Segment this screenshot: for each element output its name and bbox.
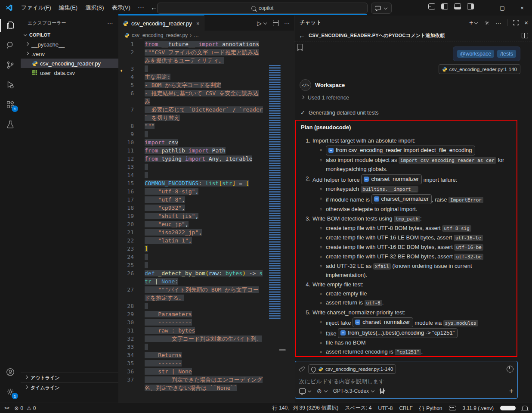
breadcrumb[interactable]: csv_encoding_reader.py › … (118, 31, 294, 40)
context-picker-button[interactable] (299, 388, 312, 394)
toggle-panel-icon[interactable] (454, 3, 461, 9)
reference-chip[interactable]: charset_normalizer (361, 174, 422, 184)
code-line[interactable]: 37 判定できた場合はエンコーディング名、判定できない場合は ``None`` (118, 376, 294, 392)
cursor-position[interactable]: 行 140、列 39 (3296 個選択) (272, 404, 338, 412)
code-line[interactable]: 14 (118, 171, 294, 179)
add-button[interactable]: + (509, 387, 513, 395)
tab-close-icon[interactable]: × (196, 20, 200, 27)
activitybar-explorer[interactable] (0, 16, 21, 35)
code-line[interactable]: 12from typing import Any, Iterable (118, 155, 294, 163)
close-panel-icon[interactable]: × (524, 19, 528, 26)
code-editor[interactable]: ✦ 1from __future__ import annotations2""… (118, 40, 294, 403)
timeline-section[interactable]: タイムライン (21, 382, 118, 392)
code-line[interactable]: 3 (118, 65, 294, 73)
minimap[interactable] (269, 65, 282, 320)
customize-layout-icon[interactable] (428, 3, 435, 9)
indentation[interactable]: スペース: 4 (345, 404, 371, 412)
activitybar-run-debug[interactable] (0, 75, 21, 95)
code-line[interactable]: 19 "shift_jis", (118, 212, 294, 220)
run-python-button[interactable]: ▷ (257, 20, 267, 27)
menu-view[interactable]: 表示(V) (108, 2, 134, 13)
window-maximize-button[interactable]: ▢ (492, 0, 512, 16)
python-interpreter[interactable]: 3.11.9 (.venv) (463, 405, 494, 411)
code-line[interactable]: 24 (118, 253, 294, 261)
code-line[interactable]: 17 "utf-8", (118, 196, 294, 204)
code-line[interactable]: 33 (118, 343, 294, 351)
context-file-chip[interactable]: csv_encoding_reader.py:1-140 (308, 364, 396, 374)
menu-edit[interactable]: 編集(E) (55, 2, 81, 13)
activitybar-testing[interactable] (0, 115, 21, 134)
reference-chip[interactable]: from csv_encoding_reader import detect_f… (326, 146, 475, 155)
code-line[interactable]: 30 ---------- (118, 318, 294, 326)
file-row-csv-encoding-reader[interactable]: csv_encoding_reader.py (21, 59, 118, 68)
toggle-primary-sidebar-icon[interactable] (441, 3, 448, 9)
copilot-sparkle-icon[interactable]: ✦ (120, 66, 123, 75)
explorer-more-icon[interactable]: ⋯ (107, 19, 113, 26)
code-line[interactable]: 5- BOM から文字コードを判定 (118, 81, 294, 89)
explorer-root-folder[interactable]: COPILOT (21, 30, 118, 40)
reference-chip[interactable]: charset_normalizer (371, 194, 432, 204)
attach-context-icon[interactable] (299, 366, 305, 372)
tests-command-chip[interactable]: /tests (497, 50, 516, 58)
file-row-venv[interactable]: .venv (21, 49, 118, 59)
code-line[interactable]: 15COMMON_ENCODINGS: list[str] = [ (118, 179, 294, 187)
activitybar-accounts[interactable] (0, 362, 21, 382)
reference-chip[interactable]: charset_normalizer (353, 317, 413, 327)
reference-chip[interactable]: from_bytes(...).best().encoding -> "cp12… (338, 328, 458, 338)
code-line[interactable]: 35 ------- (118, 359, 294, 367)
code-line[interactable]: 36 str | None (118, 367, 294, 376)
editor-more-icon[interactable]: ⋯ (284, 20, 290, 26)
chat-more-icon[interactable]: ⋯ (495, 19, 501, 26)
command-center-search[interactable]: copilot (157, 3, 368, 14)
code-line[interactable]: 8""" (118, 122, 294, 130)
code-line[interactable]: 29 Parameters (118, 310, 294, 318)
activitybar-extensions[interactable]: 1 (0, 95, 21, 115)
tab-chat[interactable]: チャット (299, 16, 322, 29)
file-row-pycache[interactable]: __pycache__ (21, 40, 118, 49)
used-references-toggle[interactable]: Used 1 reference (300, 95, 349, 101)
code-line[interactable]: 9 (118, 130, 294, 138)
scrollbar-handle[interactable] (279, 349, 286, 351)
chat-back-icon[interactable]: ← (299, 32, 305, 39)
code-line[interactable]: 18 "cp932", (118, 204, 294, 212)
code-line[interactable]: 27 """バイト列先頭の BOM から文字コードを推定する。 (118, 286, 294, 302)
menu-selection[interactable]: 選択(S) (81, 2, 108, 13)
tools-icon[interactable] (380, 388, 384, 394)
code-line[interactable]: 16 "utf-8-sig", (118, 187, 294, 196)
workspace-mention-chip[interactable]: @workspace (457, 50, 494, 58)
model-picker-button[interactable]: GPT-5.3-Codex (333, 388, 375, 394)
file-row-user-data-csv[interactable]: user_data.csv (21, 68, 118, 78)
new-chat-button[interactable]: + (469, 19, 478, 27)
split-editor-icon[interactable] (273, 20, 278, 26)
code-line[interactable]: 22 "latin-1", (118, 236, 294, 245)
chat-input-placeholder[interactable]: 次にビルドする内容を説明します (299, 378, 513, 385)
copilot-usage-pill[interactable] (500, 406, 516, 410)
file-encoding[interactable]: UTF-8 (378, 405, 393, 411)
open-in-editor-icon[interactable] (522, 33, 528, 38)
code-line[interactable]: 26def _detect_by_bom(raw: bytes) -> str … (118, 269, 294, 286)
code-line[interactable]: 10import csv (118, 138, 294, 146)
copilot-status-icon[interactable] (449, 406, 456, 410)
language-mode[interactable]: { } Python (419, 405, 442, 411)
code-line[interactable]: 7- 必要に応じて `DictReader` / `reader` を切り替え (118, 106, 294, 122)
code-line[interactable]: 21 "iso2022_jp", (118, 228, 294, 236)
code-line[interactable]: 23] (118, 245, 294, 253)
window-minimize-button[interactable]: − (473, 0, 492, 16)
code-line[interactable]: 6- 推定結果に基づいて CSV を安全に読み込み (118, 89, 294, 106)
chat-input-box[interactable]: csv_encoding_reader.py:1-140 次にビルドする内容を説… (295, 361, 518, 399)
problems-indicator[interactable]: ⊗0 ⚠0 (14, 405, 36, 411)
code-line[interactable]: 4主な用途: (118, 73, 294, 81)
window-close-button[interactable]: × (512, 0, 532, 16)
activitybar-source-control[interactable] (0, 55, 21, 75)
code-line[interactable]: 32 文字コード判定対象の生バイト列。 (118, 335, 294, 343)
code-line[interactable]: 1from __future__ import annotations (118, 40, 294, 48)
chat-settings-icon[interactable] (484, 20, 490, 26)
eol-sequence[interactable]: CRLF (399, 405, 412, 411)
code-line[interactable]: 31 raw : bytes (118, 326, 294, 335)
menu-more-icon[interactable]: ⋯ (134, 4, 148, 12)
code-line[interactable]: 34 Returns (118, 351, 294, 359)
menu-file[interactable]: ファイル(F) (17, 2, 55, 13)
code-line[interactable]: 11from pathlib import Path (118, 146, 294, 155)
code-line[interactable]: 13 (118, 163, 294, 171)
remote-indicator[interactable]: >< (4, 405, 9, 411)
